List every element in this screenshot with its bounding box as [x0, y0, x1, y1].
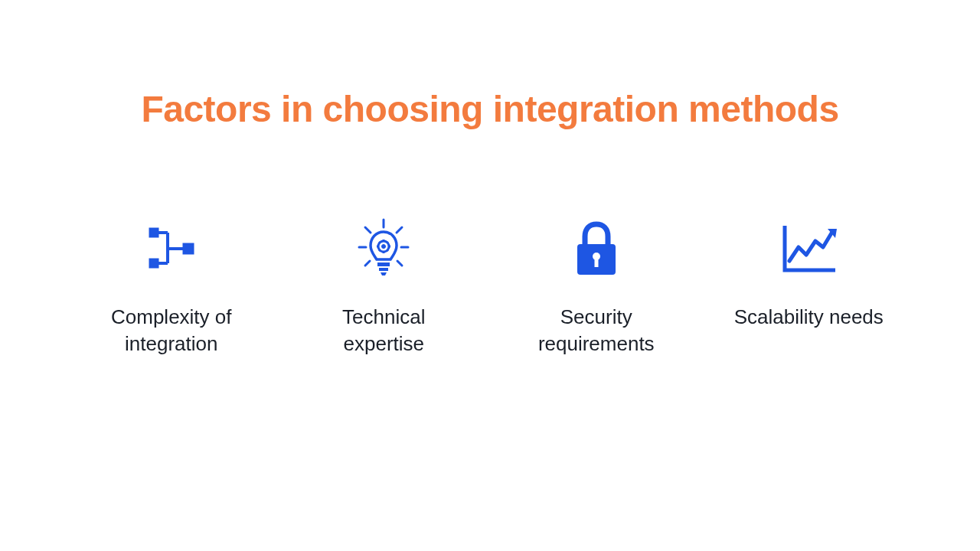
svg-rect-2 [183, 243, 194, 254]
slide-title: Factors in choosing integration methods [141, 88, 838, 130]
lock-icon [566, 218, 627, 279]
svg-rect-25 [379, 268, 388, 271]
factor-item-expertise: Technical expertise [305, 218, 464, 357]
svg-line-13 [397, 261, 402, 266]
svg-line-12 [365, 261, 370, 266]
svg-line-21 [387, 250, 389, 252]
factor-label: Security requirements [517, 304, 676, 357]
factor-label: Scalability needs [734, 304, 884, 331]
factor-item-complexity: Complexity of integration [92, 218, 251, 357]
factor-label: Technical expertise [305, 304, 464, 357]
factor-label: Complexity of integration [92, 304, 251, 357]
factor-item-scalability: Scalability needs [730, 218, 889, 357]
svg-rect-28 [594, 258, 598, 267]
hierarchy-icon [141, 218, 202, 279]
svg-point-15 [382, 245, 386, 249]
svg-line-8 [365, 227, 371, 233]
svg-line-20 [379, 242, 381, 243]
factors-row: Complexity of integration [0, 218, 980, 357]
svg-line-9 [397, 227, 402, 233]
svg-rect-1 [149, 259, 158, 268]
svg-line-22 [387, 242, 389, 243]
svg-rect-0 [149, 228, 158, 237]
svg-rect-24 [377, 262, 390, 266]
lightbulb-icon [353, 218, 414, 279]
slide-container: Factors in choosing integration methods [0, 0, 980, 551]
factor-item-security: Security requirements [517, 218, 676, 357]
svg-line-23 [379, 250, 381, 252]
chart-icon [778, 218, 839, 279]
